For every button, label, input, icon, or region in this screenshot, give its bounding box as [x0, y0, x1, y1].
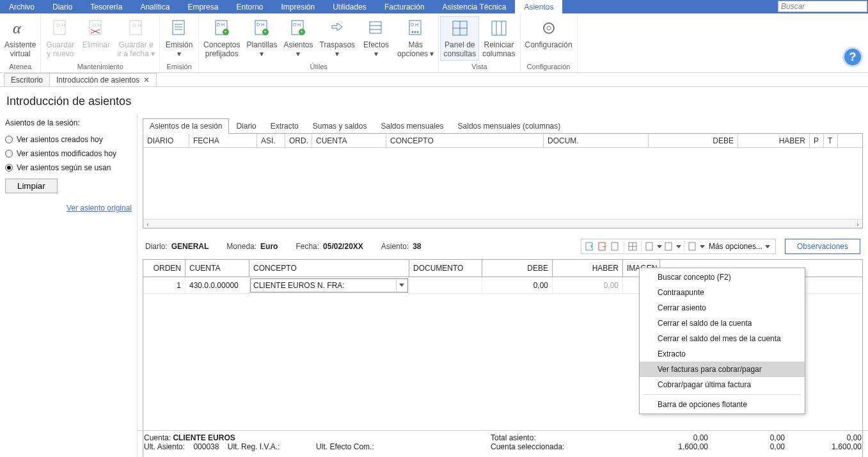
ribbon-reiniciar[interactable]: Reiniciarcolumnas	[479, 16, 518, 61]
col-header[interactable]: CUENTA	[185, 260, 249, 277]
menu-archivo[interactable]: Archivo	[0, 0, 43, 13]
ribbon-conceptos[interactable]: D H+Conceptosprefijados	[200, 16, 243, 61]
menu-tesorería[interactable]: Tesorería	[81, 0, 131, 13]
menu-item[interactable]: Buscar concepto (F2)	[640, 269, 805, 285]
svg-rect-36	[492, 21, 506, 35]
menu-item[interactable]: Ver facturas para cobrar/pagar	[640, 362, 805, 377]
col-header[interactable]: CONCEPTO	[386, 134, 544, 147]
ribbon-asistente[interactable]: αAsistentevirtual	[1, 16, 39, 61]
menu-asistencia técnica[interactable]: Asistencia Técnica	[434, 0, 516, 13]
ribbon-más[interactable]: D HMásopciones ▾	[394, 16, 437, 61]
col-header[interactable]: T	[824, 134, 838, 147]
cell-concepto[interactable]: CLIENTE EUROS N. FRA:	[249, 277, 409, 293]
doc-dup-icon[interactable]	[610, 241, 621, 252]
footer-v: 1.600,00	[785, 442, 862, 451]
menu-item[interactable]: Cerrar el saldo de la cuenta	[640, 316, 805, 331]
doc-icon[interactable]	[687, 241, 698, 252]
caret-icon[interactable]	[657, 245, 662, 248]
radio-option[interactable]: Ver asientos modificados hoy	[5, 147, 132, 161]
concepto-combobox[interactable]: CLIENTE EUROS N. FRA:	[250, 278, 408, 293]
ribbon-configuración[interactable]: Configuración	[522, 16, 576, 52]
menu-item[interactable]: Barra de opciones flotante	[640, 397, 805, 412]
view-original-link[interactable]: Ver asiento original	[5, 204, 132, 212]
svg-text:D H: D H	[217, 22, 225, 27]
menu-impresión[interactable]: Impresión	[272, 0, 324, 13]
col-header[interactable]: DEBE	[649, 134, 738, 147]
observations-button[interactable]: Observaciones	[785, 239, 860, 254]
menu-item[interactable]: Cerrar asiento	[640, 300, 805, 316]
scroll-left-icon[interactable]: ‹	[143, 220, 152, 228]
col-header[interactable]: DIARIO	[143, 134, 189, 147]
help-button[interactable]: ?	[842, 47, 863, 67]
svg-text:–: –	[603, 243, 606, 250]
side-panel: Asientos de la sesión: Ver asientos crea…	[0, 115, 138, 457]
ribbon-traspasos[interactable]: Traspasos▾	[317, 16, 359, 61]
doc-tab-escritorio[interactable]: Escritorio	[4, 73, 50, 86]
doc-new-icon[interactable]: +	[584, 241, 596, 252]
clear-button[interactable]: Limpiar	[5, 179, 58, 193]
cell-documento[interactable]	[409, 277, 482, 293]
col-header[interactable]: DOCUM.	[544, 134, 649, 147]
ribbon-group-label: Mantenimiento	[41, 61, 159, 72]
search-input[interactable]: Buscar	[778, 1, 867, 12]
ribbon-panel-de[interactable]: Panel deconsultas	[440, 16, 479, 61]
menu-diario[interactable]: Diario	[43, 0, 81, 13]
cell-cuenta[interactable]: 430.0.0.00000	[185, 277, 249, 293]
scrollbar[interactable]: ‹ ›	[143, 219, 862, 228]
menu-item[interactable]: Cobrar/pagar última factura	[640, 377, 805, 392]
ribbon-emisión[interactable]: Emisión▾	[161, 16, 197, 61]
inner-tab[interactable]: Sumas y saldos	[306, 118, 374, 133]
col-header[interactable]: CUENTA	[312, 134, 386, 147]
inner-tab[interactable]: Asientos de la sesión	[143, 118, 229, 134]
svg-text:D H: D H	[92, 22, 101, 28]
list1-icon[interactable]	[644, 241, 656, 252]
col-header[interactable]: P	[810, 134, 824, 147]
close-icon[interactable]: ✕	[143, 76, 150, 84]
ribbon-plantillas[interactable]: D H+Plantillas▾	[243, 16, 280, 61]
inner-tab[interactable]: Saldos mensuales (columnas)	[451, 118, 568, 133]
col-header[interactable]: ASI.	[257, 134, 285, 147]
col-header[interactable]: DOCUMENTO	[409, 260, 482, 277]
ribbon-efectos[interactable]: Efectos▾	[358, 16, 394, 61]
col-header[interactable]: ORDEN	[143, 260, 185, 277]
col-header[interactable]: HABER	[738, 134, 810, 147]
caret-icon[interactable]	[676, 245, 681, 248]
menu-empresa[interactable]: Empresa	[178, 0, 227, 13]
entry-info-bar: Diario: GENERAL Moneda: Euro Fecha: 05/0…	[143, 228, 863, 259]
more-options-button[interactable]: Más opciones...	[706, 242, 773, 251]
menu-item[interactable]: Cerrar el saldo del mes de la cuenta	[640, 331, 805, 346]
grid-icon[interactable]	[627, 241, 638, 252]
menu-asientos[interactable]: Asientos	[515, 0, 562, 13]
cell-debe[interactable]: 0,00	[482, 277, 553, 293]
col-header[interactable]: ORD.	[285, 134, 312, 147]
cell-haber[interactable]: 0,00	[553, 277, 623, 293]
col-header[interactable]: HABER	[553, 260, 623, 277]
caret-icon[interactable]	[700, 245, 705, 248]
col-header[interactable]: CONCEPTO	[249, 260, 409, 277]
menu-analítica[interactable]: Analítica	[131, 0, 178, 13]
footer-cuenta-label: Cuenta:	[144, 433, 171, 442]
inner-tab[interactable]: Extracto	[264, 118, 306, 133]
scroll-right-icon[interactable]: ›	[853, 220, 862, 228]
menu-item[interactable]: Contraapunte	[640, 285, 805, 300]
svg-text:+: +	[224, 29, 227, 35]
ribbon-asientos[interactable]: D H+Asientos▾	[280, 16, 316, 61]
svg-rect-25	[370, 22, 381, 33]
radio-option[interactable]: Ver asientos según se usan	[5, 161, 132, 175]
ribbon-group-label: Útiles	[199, 61, 438, 72]
inner-tab[interactable]: Diario	[229, 118, 263, 133]
menu-utilidades[interactable]: Utilidades	[324, 0, 375, 13]
doc-del-icon[interactable]: –	[597, 241, 608, 252]
radio-option[interactable]: Ver asientos creados hoy	[5, 132, 132, 147]
doc-tab-introducción-de-asientos[interactable]: Introducción de asientos✕	[49, 73, 157, 86]
col-header[interactable]: FECHA	[189, 134, 257, 147]
col-header[interactable]: DEBE	[482, 260, 553, 277]
menu-facturación[interactable]: Facturación	[375, 0, 434, 13]
inner-tab[interactable]: Saldos mensuales	[374, 118, 450, 133]
alpha-icon: α	[10, 18, 31, 38]
svg-rect-50	[665, 243, 672, 250]
menu-entorno[interactable]: Entorno	[227, 0, 272, 13]
menu-item[interactable]: Extracto	[640, 346, 805, 362]
list2-icon[interactable]	[663, 241, 675, 252]
combo-caret-icon[interactable]	[396, 280, 406, 291]
